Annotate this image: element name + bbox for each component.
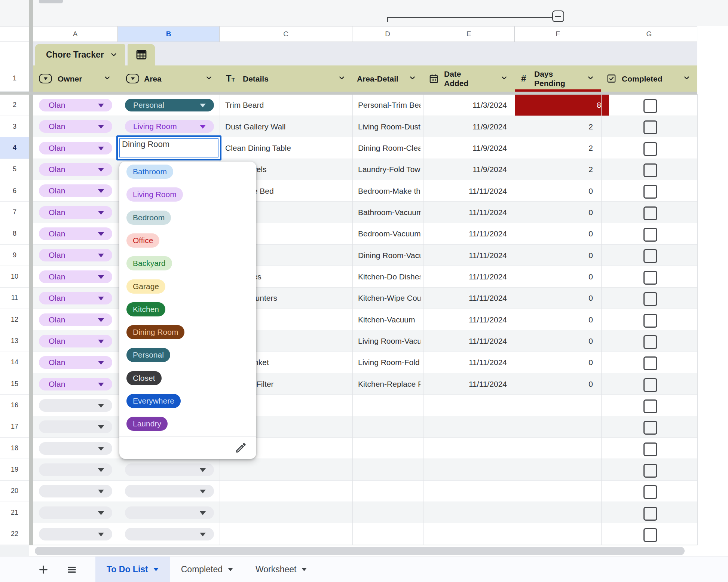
column-header-days-pending[interactable]: #Days Pending bbox=[515, 65, 601, 92]
row-number-16[interactable]: 16 bbox=[0, 395, 29, 416]
days-pending-cell[interactable]: 0 bbox=[515, 373, 593, 395]
area-chip-blank[interactable] bbox=[125, 528, 214, 540]
sheet-tab-completed[interactable]: Completed bbox=[170, 557, 244, 582]
row-number-11[interactable]: 11 bbox=[0, 288, 29, 309]
owner-chip[interactable] bbox=[39, 485, 112, 497]
dropdown-option-garage[interactable]: Garage bbox=[126, 279, 165, 294]
row-number-14[interactable]: 14 bbox=[0, 352, 29, 373]
column-letter-F[interactable]: F bbox=[515, 26, 601, 42]
details-cell[interactable]: Dust Gallery Wall bbox=[225, 116, 285, 137]
completed-checkbox[interactable] bbox=[643, 399, 657, 413]
completed-checkbox[interactable] bbox=[643, 228, 657, 242]
completed-checkbox[interactable] bbox=[643, 335, 657, 349]
date-added-cell[interactable]: 11/11/2024 bbox=[423, 180, 507, 202]
days-pending-cell[interactable]: 0 bbox=[515, 223, 593, 245]
owner-chip[interactable]: Olan bbox=[39, 120, 112, 133]
row-number-6[interactable]: 6 bbox=[0, 180, 29, 202]
days-pending-cell[interactable]: 2 bbox=[515, 159, 593, 180]
owner-chip[interactable]: Olan bbox=[39, 99, 112, 111]
dropdown-option-closet[interactable]: Closet bbox=[126, 371, 162, 385]
area-detail-cell[interactable]: Dining Room-Vacuum bbox=[358, 245, 420, 266]
dropdown-option-everywhere[interactable]: Everywhere bbox=[126, 394, 181, 408]
edit-options-button[interactable] bbox=[235, 441, 247, 454]
column-header-area-detail[interactable]: Area-Detail bbox=[352, 65, 423, 92]
owner-chip[interactable] bbox=[39, 506, 112, 519]
completed-checkbox[interactable] bbox=[643, 292, 657, 306]
sheet-tab-to-do-list[interactable]: To Do List bbox=[95, 557, 170, 582]
completed-checkbox[interactable] bbox=[643, 142, 657, 156]
freeze-slider-handle[interactable] bbox=[552, 10, 564, 22]
row-number-9[interactable]: 9 bbox=[0, 245, 29, 266]
row-number-17[interactable]: 17 bbox=[0, 416, 29, 438]
date-added-cell[interactable]: 11/11/2024 bbox=[423, 223, 507, 245]
area-detail-cell[interactable]: Bedroom-Make the Bed bbox=[358, 180, 420, 202]
sheet-tab-worksheet[interactable]: Worksheet bbox=[244, 557, 318, 582]
dropdown-option-office[interactable]: Office bbox=[126, 233, 159, 248]
dropdown-option-dining-room[interactable]: Dining Room bbox=[126, 325, 184, 339]
owner-chip[interactable]: Olan bbox=[39, 292, 112, 304]
owner-chip[interactable] bbox=[39, 442, 112, 455]
row-number-22[interactable]: 22 bbox=[0, 524, 29, 545]
completed-checkbox[interactable] bbox=[643, 485, 657, 499]
row-number-19[interactable]: 19 bbox=[0, 459, 29, 480]
area-detail-cell[interactable]: Bathroom-Vacuum bbox=[358, 202, 420, 223]
row-number-12[interactable]: 12 bbox=[0, 309, 29, 330]
row-number-13[interactable]: 13 bbox=[0, 330, 29, 352]
completed-checkbox[interactable] bbox=[643, 120, 657, 134]
row-number-10[interactable]: 10 bbox=[0, 266, 29, 287]
days-pending-cell[interactable]: 0 bbox=[515, 180, 593, 202]
row-number-4[interactable]: 4 bbox=[0, 137, 29, 159]
area-detail-cell[interactable]: Bedroom-Vacuum bbox=[358, 223, 420, 245]
area-chip-blank[interactable] bbox=[125, 506, 214, 519]
date-added-cell[interactable]: 11/11/2024 bbox=[423, 373, 507, 395]
h-scrollbar-thumb[interactable] bbox=[35, 547, 685, 555]
completed-checkbox[interactable] bbox=[643, 507, 657, 521]
completed-checkbox[interactable] bbox=[643, 528, 657, 542]
owner-chip[interactable] bbox=[39, 528, 112, 540]
column-letter-C[interactable]: C bbox=[220, 26, 352, 42]
dropdown-option-bedroom[interactable]: Bedroom bbox=[126, 211, 171, 225]
dropdown-option-personal[interactable]: Personal bbox=[126, 348, 170, 362]
area-detail-cell[interactable]: Living Room-Dust Gallery Wall bbox=[358, 116, 420, 137]
area-chip-blank[interactable] bbox=[125, 463, 214, 476]
row-number-3[interactable]: 3 bbox=[0, 116, 29, 137]
completed-checkbox[interactable] bbox=[643, 421, 657, 435]
date-added-cell[interactable]: 11/11/2024 bbox=[423, 352, 507, 373]
column-letter-D[interactable]: D bbox=[352, 26, 423, 42]
owner-chip[interactable]: Olan bbox=[39, 227, 112, 240]
date-added-cell[interactable]: 11/11/2024 bbox=[423, 330, 507, 352]
owner-chip[interactable]: Olan bbox=[39, 335, 112, 347]
owner-chip[interactable]: Olan bbox=[39, 313, 112, 326]
column-header-details[interactable]: TTDetails bbox=[220, 65, 352, 92]
date-added-cell[interactable]: 11/11/2024 bbox=[423, 202, 507, 223]
table-name-chip[interactable]: Chore Tracker bbox=[35, 44, 125, 65]
row-number-15[interactable]: 15 bbox=[0, 373, 29, 395]
days-pending-cell[interactable]: 0 bbox=[515, 202, 593, 223]
owner-chip[interactable]: Olan bbox=[39, 249, 112, 261]
all-sheets-button[interactable] bbox=[66, 564, 78, 577]
area-detail-cell[interactable]: Personal-Trim Beard bbox=[358, 95, 420, 116]
dropdown-option-bathroom[interactable]: Bathroom bbox=[126, 165, 173, 179]
table-menu-chip[interactable] bbox=[128, 44, 155, 65]
row-number-1[interactable]: 1 bbox=[0, 65, 29, 92]
days-pending-cell-alert[interactable]: 8 bbox=[515, 95, 609, 116]
owner-chip[interactable]: Olan bbox=[39, 356, 112, 369]
days-pending-cell[interactable]: 0 bbox=[515, 330, 593, 352]
dropdown-option-laundry[interactable]: Laundry bbox=[126, 417, 168, 431]
owner-chip[interactable]: Olan bbox=[39, 163, 112, 176]
frozen-column-divider[interactable] bbox=[29, 0, 33, 545]
completed-checkbox[interactable] bbox=[643, 356, 657, 370]
area-chip-living-room[interactable]: Living Room bbox=[125, 120, 214, 133]
column-header-completed[interactable]: Completed bbox=[601, 65, 697, 92]
row-number-8[interactable]: 8 bbox=[0, 223, 29, 245]
area-detail-cell[interactable]: Laundry-Fold Towels bbox=[358, 159, 420, 180]
days-pending-cell[interactable]: 2 bbox=[515, 137, 593, 159]
completed-checkbox[interactable] bbox=[643, 163, 657, 177]
date-added-cell[interactable]: 11/3/2024 bbox=[423, 95, 507, 116]
row-number-5[interactable]: 5 bbox=[0, 159, 29, 180]
dropdown-option-kitchen[interactable]: Kitchen bbox=[126, 302, 165, 316]
column-letter-B[interactable]: B bbox=[118, 26, 220, 42]
completed-checkbox[interactable] bbox=[643, 378, 657, 392]
column-letter-E[interactable]: E bbox=[423, 26, 515, 42]
days-pending-cell[interactable]: 0 bbox=[515, 266, 593, 287]
